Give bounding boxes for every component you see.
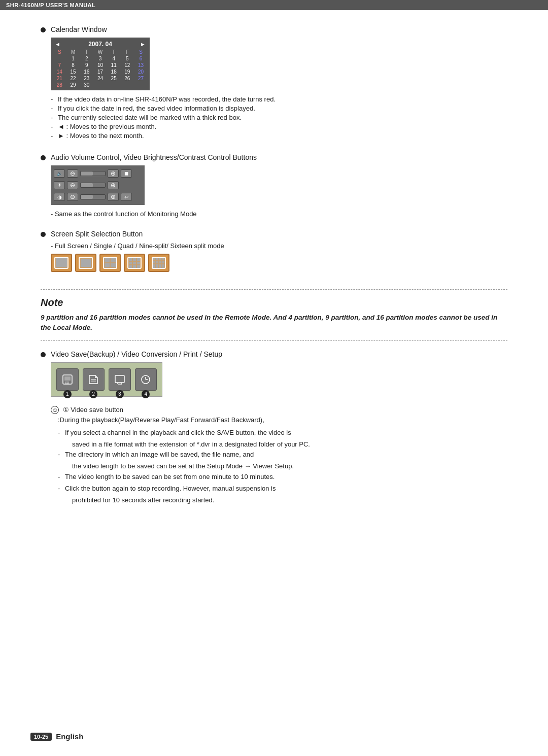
svg-rect-29	[156, 264, 158, 266]
video-save-items: If you select a channel in the playback …	[58, 428, 507, 506]
audio-icon[interactable]: 🔈	[54, 169, 65, 178]
svg-rect-15	[137, 262, 140, 264]
mute-btn[interactable]: ◼	[121, 169, 132, 178]
ctrl-row-2: ☀ ⊖ ⊕	[54, 181, 142, 189]
svg-rect-11	[133, 258, 136, 261]
svg-rect-33	[156, 266, 158, 268]
cal-day-wed: W	[93, 49, 107, 55]
screen-split-buttons	[51, 254, 507, 272]
svg-rect-28	[153, 264, 155, 266]
video-save-btn-3[interactable]: 3	[109, 368, 131, 391]
list-item: saved in a file format with the extensio…	[58, 439, 507, 450]
brightness-slider[interactable]	[80, 183, 106, 188]
calendar-widget: ◄ 2007. 04 ► S M T W	[51, 38, 150, 90]
video-save-btn-label: ① ① Video save button	[51, 406, 507, 415]
brightness-plus[interactable]: ⊕	[108, 181, 119, 189]
brightness-icon[interactable]: ☀	[54, 181, 65, 189]
ctrl-row-1: 🔈 ⊖ ⊕ ◼	[54, 169, 142, 178]
brightness-minus[interactable]: ⊖	[67, 181, 78, 189]
contrast-icon[interactable]: ◑	[54, 193, 65, 201]
list-item: If the video data in on-line SHR-4160N/P…	[51, 95, 507, 103]
list-item: the video length to be saved can be set …	[58, 461, 507, 472]
screen-split-content: Screen Split Selection Button - Full Scr…	[51, 230, 507, 277]
vs-btn-number-2: 2	[89, 390, 97, 398]
video-save-btn-2[interactable]: 2	[83, 368, 105, 391]
single-split-btn[interactable]	[75, 254, 96, 272]
cal-day-sun: S	[53, 49, 66, 55]
sixteen-split-btn[interactable]	[148, 254, 169, 272]
svg-rect-32	[153, 266, 155, 268]
cal-day-sat: S	[134, 49, 148, 55]
svg-rect-17	[133, 265, 136, 268]
page-number-badge: 10-25	[30, 733, 52, 741]
svg-rect-18	[137, 265, 140, 268]
svg-rect-20	[153, 258, 155, 260]
audio-note: - Same as the control function of Monito…	[51, 210, 507, 218]
bullet-dot	[41, 352, 46, 357]
cal-header: ◄ 2007. 04 ►	[53, 40, 148, 49]
video-save-desc: ① ① Video save button :During the playba…	[51, 406, 507, 506]
video-save-colon-note: :During the playback(Play/Reverse Play/F…	[58, 415, 507, 426]
contrast-slider[interactable]	[80, 194, 106, 199]
video-save-btn-1[interactable]: SD 1	[56, 368, 79, 391]
list-item: prohibited for 10 seconds after recordin…	[58, 495, 507, 506]
cal-day-thu: T	[107, 49, 121, 55]
svg-rect-30	[159, 264, 161, 266]
svg-rect-13	[129, 262, 132, 264]
reset-btn[interactable]: ↩	[121, 193, 132, 201]
svg-rect-10	[129, 258, 132, 261]
svg-rect-34	[159, 266, 161, 268]
cal-day-tue: T	[80, 49, 93, 55]
video-save-section: Video Save(Backup) / Video Conversion / …	[41, 350, 507, 506]
nine-split-btn[interactable]	[124, 254, 145, 272]
page-language: English	[56, 732, 83, 741]
cal-next-icon[interactable]: ►	[140, 41, 146, 47]
list-item: ► : Moves to the next month.	[51, 132, 507, 140]
contrast-plus[interactable]: ⊕	[108, 193, 119, 201]
svg-rect-16	[129, 265, 132, 268]
svg-rect-21	[156, 258, 158, 260]
svg-rect-35	[162, 266, 164, 268]
list-item: If you select a channel in the playback …	[58, 428, 507, 438]
svg-rect-3	[81, 259, 91, 267]
calendar-title: Calendar Window	[51, 25, 507, 33]
table-row: 14 15 16 17 18 19 20	[53, 68, 148, 75]
plus-btn[interactable]: ⊕	[108, 169, 119, 178]
quad-split-btn[interactable]	[99, 254, 121, 272]
cal-prev-icon[interactable]: ◄	[55, 41, 60, 47]
svg-rect-1	[56, 258, 67, 267]
svg-rect-37	[64, 376, 71, 381]
svg-rect-7	[105, 263, 110, 267]
svg-rect-23	[162, 258, 164, 260]
svg-rect-14	[133, 262, 136, 264]
contrast-minus[interactable]: ⊖	[67, 193, 78, 201]
list-item: Click the button again to stop recording…	[58, 484, 507, 494]
table-row: 1 2 3 4 5 6	[53, 55, 148, 62]
vs-btn-number-4: 4	[142, 390, 150, 398]
vs-btn-number-1: 1	[63, 390, 72, 398]
manual-header: SHR-4160N/P USER'S MANUAL	[0, 0, 548, 10]
screen-split-subtitle: - Full Screen / Single / Quad / Nine-spl…	[51, 242, 507, 250]
calendar-section: Calendar Window ◄ 2007. 04 ►	[41, 25, 507, 141]
video-save-content: Video Save(Backup) / Video Conversion / …	[51, 350, 507, 506]
note-text: 9 partition and 16 partition modes canno…	[41, 313, 507, 333]
minus-btn[interactable]: ⊖	[67, 169, 78, 178]
video-save-buttons-widget: SD 1 2	[51, 362, 162, 397]
svg-rect-26	[159, 261, 161, 263]
calendar-content: Calendar Window ◄ 2007. 04 ►	[51, 25, 507, 141]
bullet-dot	[41, 232, 46, 237]
list-item: The directory in which an image will be …	[58, 450, 507, 460]
svg-rect-8	[111, 263, 116, 267]
screen-split-section: Screen Split Selection Button - Full Scr…	[41, 230, 507, 277]
svg-rect-12	[137, 258, 140, 261]
fullscreen-split-btn[interactable]	[51, 254, 72, 272]
audio-slider[interactable]	[80, 171, 106, 176]
list-item: If you click the date in red, the saved …	[51, 105, 507, 112]
vs-btn-number-3: 3	[116, 390, 124, 398]
list-item: The video length to be saved can be set …	[58, 472, 507, 483]
video-save-btn-4[interactable]: 4	[135, 368, 157, 391]
svg-rect-27	[162, 261, 164, 263]
audio-content: Audio Volume Control, Video Brightness/C…	[51, 153, 507, 218]
audio-title: Audio Volume Control, Video Brightness/C…	[51, 153, 507, 161]
video-save-title: Video Save(Backup) / Video Conversion / …	[51, 350, 507, 358]
